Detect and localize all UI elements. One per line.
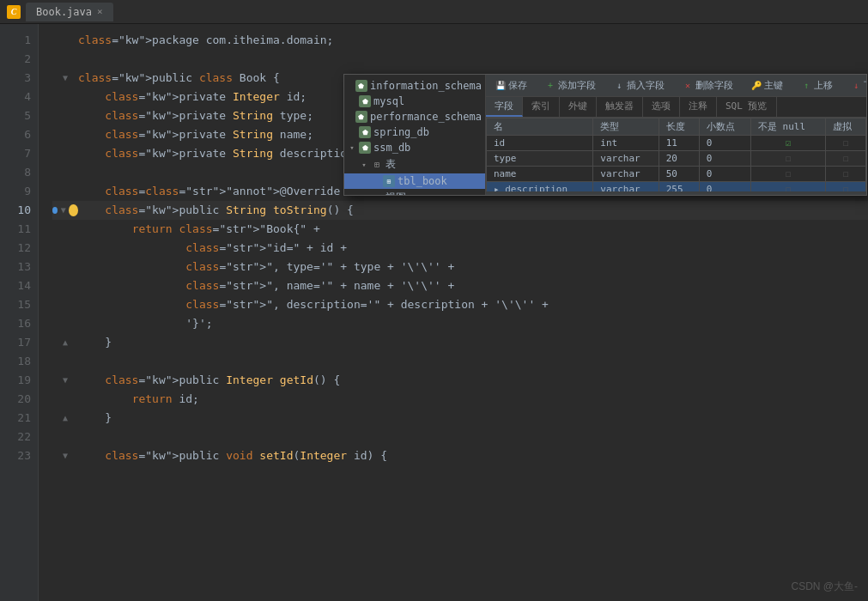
table-row[interactable]: typevarchar200☐☐	[487, 151, 866, 167]
table-tree-icon: ⊞	[383, 175, 395, 187]
db-tabs[interactable]: 字段索引外键触发器选项注释SQL 预览	[486, 97, 866, 118]
toolbar-btn-1[interactable]: +添加字段	[541, 77, 599, 94]
toolbar-icon-6: ↓	[850, 80, 862, 92]
table-row[interactable]: idint110☑☐	[487, 136, 866, 151]
code-text-13: class="str">", type='" + type + '\'\'' +	[78, 258, 454, 276]
cell-virtual-id[interactable]: ☐	[825, 136, 865, 151]
gutter-23: ▼	[52, 451, 78, 461]
toolbar-icon-2: ↓	[613, 80, 625, 92]
cell-名-name: name	[487, 167, 593, 182]
cell-virtual-type[interactable]: ☐	[825, 151, 865, 167]
col-header-小数点: 小数点	[699, 118, 750, 136]
gutter-17: ▲	[52, 337, 78, 348]
line-number-6: 6	[10, 125, 31, 144]
cell-名-description: ▸ description	[487, 182, 593, 192]
db-fields-table-wrap: 名类型长度小数点不是 null虚拟idint110☑☐typevarchar20…	[486, 118, 866, 191]
collapse-icon-23[interactable]: ▼	[60, 451, 70, 461]
code-text-11: return class="str">"Book{" +	[78, 220, 320, 239]
checkbox-empty: ☐	[786, 184, 792, 191]
code-line-16: '}';	[52, 314, 868, 333]
cell-notnull-type[interactable]: ☐	[750, 151, 825, 167]
db-tab-SQL 预览[interactable]: SQL 预览	[717, 97, 777, 117]
db-tab-外键[interactable]: 外键	[560, 97, 597, 117]
cell-virtual-name[interactable]: ☐	[825, 167, 865, 182]
toolbar-label-6: 下移	[864, 79, 866, 92]
code-text-3: class="kw">public class Book {	[78, 69, 280, 88]
db-tree-item-tbl_book[interactable]: ⊞tbl_book	[344, 173, 485, 189]
db-tree-item-mysql[interactable]: ⬟mysql	[344, 94, 485, 109]
db-fields-table: 名类型长度小数点不是 null虚拟idint110☑☐typevarchar20…	[486, 118, 866, 191]
collapse-icon-3[interactable]: ▼	[60, 73, 70, 83]
gutter-10: ▼	[52, 204, 78, 216]
db-tree-item-视图[interactable]: ⊡视图	[344, 189, 485, 195]
code-line-18	[52, 352, 868, 371]
code-line-21: ▲ }	[52, 409, 868, 428]
db-tree-item-ssm_db[interactable]: ▾⬟ssm_db	[344, 140, 485, 155]
toolbar-btn-0[interactable]: 💾保存	[491, 77, 531, 94]
cell-长度-type: 20	[659, 151, 699, 167]
cell-类型-description: varchar	[593, 182, 659, 192]
db-tree-item-information_schema[interactable]: ⬟information_schema	[344, 78, 485, 94]
checkbox-empty: ☐	[786, 168, 792, 179]
db-tree-item-spring_db[interactable]: ⬟spring_db	[344, 124, 485, 140]
code-line-11: return class="str">"Book{" +	[52, 220, 868, 239]
gutter-3: ▼	[52, 73, 78, 83]
line-number-22: 22	[10, 428, 31, 446]
code-text-9: class=class="str">"annot">@Override	[78, 182, 340, 201]
db-tab-触发器[interactable]: 触发器	[597, 97, 643, 117]
db-tab-选项[interactable]: 选项	[643, 97, 680, 117]
toolbar-icon-4: 🔑	[750, 80, 762, 92]
code-line-14: class="str">", name='" + name + '\'\'' +	[52, 276, 868, 295]
collapse-icon-21[interactable]: ▲	[60, 413, 70, 423]
code-line-1: class="kw">package com.itheima.domain;	[52, 31, 868, 50]
table-row[interactable]: ▸ descriptionvarchar2550☐☐	[487, 182, 866, 192]
breakpoint-icon[interactable]	[52, 207, 58, 214]
db-tab-注释[interactable]: 注释	[680, 97, 717, 117]
cell-virtual-description[interactable]: ☐	[825, 182, 865, 192]
code-text-15: class="str">", description='" + descript…	[78, 295, 549, 314]
cell-名-type: type	[487, 151, 593, 167]
toolbar-label-5: 上移	[814, 79, 833, 92]
cell-notnull-description[interactable]: ☐	[750, 182, 825, 192]
editor-tab[interactable]: Book.java ×	[26, 3, 113, 21]
collapse-icon[interactable]: ▼	[59, 205, 67, 216]
collapse-icon-17[interactable]: ▲	[60, 337, 70, 348]
code-text-10: class="kw">public String toString() {	[78, 201, 354, 220]
db-tree-label: mysql	[373, 95, 404, 107]
db-detail-panel: 💾保存+添加字段↓插入字段✕删除字段🔑主键↑上移↓下移 字段索引外键触发器选项注…	[486, 75, 866, 195]
cell-notnull-id[interactable]: ☑	[750, 136, 825, 151]
db-tree-label: ssm_db	[373, 142, 410, 154]
line-number-18: 18	[10, 352, 31, 371]
line-number-5: 5	[10, 106, 31, 125]
db-tree-label: 表	[385, 157, 396, 172]
chevron-icon: ▾	[348, 143, 356, 152]
toolbar-btn-6[interactable]: ↓下移	[847, 77, 866, 94]
line-number-1: 1	[10, 31, 31, 50]
line-number-4: 4	[10, 88, 31, 106]
toolbar-btn-5[interactable]: ↑上移	[797, 77, 836, 94]
db-tab-字段[interactable]: 字段	[486, 97, 523, 117]
toolbar-btn-2[interactable]: ↓插入字段	[610, 77, 668, 94]
db-tree-icon: ⬟	[359, 142, 371, 154]
db-tree-item-表[interactable]: ▾⊞表	[344, 155, 485, 173]
gutter-19: ▼	[52, 375, 78, 385]
tab-close-button[interactable]: ×	[97, 6, 103, 17]
db-tree-panel[interactable]: ⬟information_schema⬟mysql⬟performance_sc…	[344, 75, 486, 195]
db-tab-索引[interactable]: 索引	[523, 97, 560, 117]
toolbar-icon-1: +	[544, 80, 556, 92]
cell-notnull-name[interactable]: ☐	[750, 167, 825, 182]
db-tree-item-performance_schema[interactable]: ⬟performance_schema	[344, 109, 485, 124]
folder-tree-icon: ⊡	[371, 192, 383, 196]
code-text-23: class="kw">public void setId(Integer id)…	[78, 446, 387, 465]
bulb-icon[interactable]	[69, 204, 78, 216]
line-number-2: 2	[10, 50, 31, 69]
cell-类型-name: varchar	[593, 167, 659, 182]
code-text-7: class="kw">private String description;	[78, 144, 361, 163]
toolbar-btn-3[interactable]: ✕删除字段	[678, 77, 737, 94]
line-number-20: 20	[10, 390, 31, 409]
table-row[interactable]: namevarchar500☐☐	[487, 167, 866, 182]
collapse-icon-19[interactable]: ▼	[60, 375, 70, 385]
cell-长度-description: 255	[659, 182, 699, 192]
toolbar-btn-4[interactable]: 🔑主键	[747, 77, 786, 94]
col-header-不是 null: 不是 null	[750, 118, 825, 136]
